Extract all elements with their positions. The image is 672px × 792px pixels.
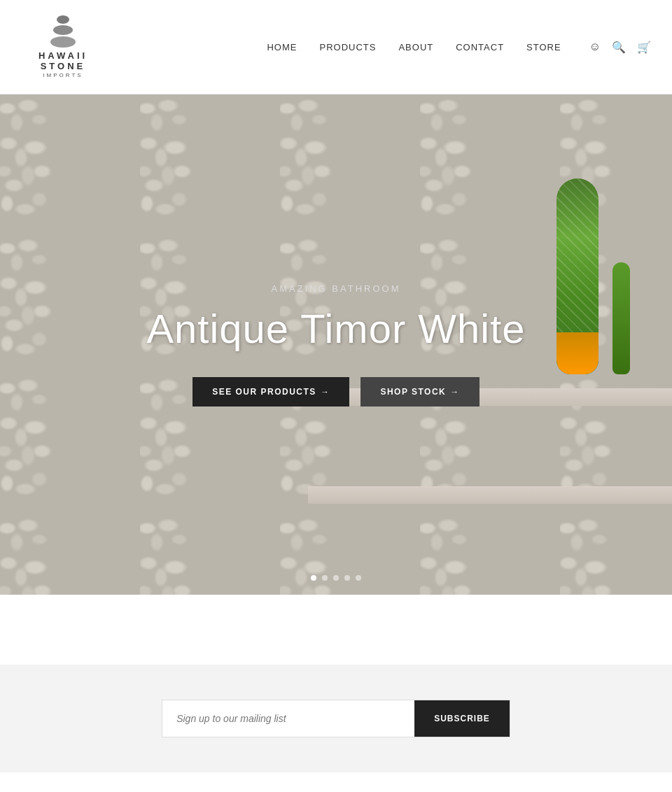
site-header: HAWAII STONE IMPORTS HOME PRODUCTS ABOUT… bbox=[0, 0, 672, 94]
brand-name-line1: HAWAII bbox=[38, 50, 88, 61]
main-nav: HOME PRODUCTS ABOUT CONTACT STORE ☺ 🔍 🛒 bbox=[267, 41, 651, 54]
content-spacer bbox=[0, 595, 672, 665]
nav-link-store[interactable]: STORE bbox=[526, 42, 561, 52]
footer-divider-container bbox=[0, 772, 672, 792]
hero-buttons: SEE OUR PRODUCTS → SHOP STOCK → bbox=[28, 377, 644, 406]
newsletter-input[interactable] bbox=[162, 700, 414, 737]
carousel-dot-5[interactable] bbox=[356, 575, 361, 581]
stone-stack-icon bbox=[50, 15, 76, 48]
subscribe-button[interactable]: SUBSCRIBE bbox=[414, 700, 510, 737]
carousel-dots bbox=[311, 575, 361, 581]
search-icon[interactable]: 🔍 bbox=[612, 41, 626, 54]
account-icon[interactable]: ☺ bbox=[589, 41, 601, 53]
newsletter-form: SUBSCRIBE bbox=[162, 700, 510, 737]
hero-content: AMAZING BATHROOM Antique Timor White SEE… bbox=[0, 283, 672, 406]
nav-link-about[interactable]: ABOUT bbox=[398, 42, 433, 52]
hero-subtitle: AMAZING BATHROOM bbox=[28, 283, 644, 294]
logo[interactable]: HAWAII STONE IMPORTS bbox=[21, 8, 105, 85]
nav-link-contact[interactable]: CONTACT bbox=[456, 42, 504, 52]
carousel-dot-4[interactable] bbox=[344, 575, 350, 581]
carousel-dot-2[interactable] bbox=[322, 575, 328, 581]
brand-name-line3: IMPORTS bbox=[43, 72, 83, 78]
newsletter-section: SUBSCRIBE bbox=[0, 665, 672, 772]
shop-stock-button[interactable]: SHOP STOCK → bbox=[360, 377, 479, 406]
carousel-dot-1[interactable] bbox=[311, 575, 316, 581]
hero-title: Antique Timor White bbox=[28, 305, 644, 352]
brand-name-line2: STONE bbox=[41, 61, 86, 71]
hero-section: AMAZING BATHROOM Antique Timor White SEE… bbox=[0, 94, 672, 595]
see-products-button[interactable]: SEE OUR PRODUCTS → bbox=[192, 377, 349, 406]
cart-icon[interactable]: 🛒 bbox=[637, 41, 651, 54]
nav-link-home[interactable]: HOME bbox=[267, 42, 297, 52]
nav-link-products[interactable]: PRODUCTS bbox=[319, 42, 376, 52]
carousel-dot-3[interactable] bbox=[333, 575, 339, 581]
shelf-2 bbox=[308, 486, 672, 504]
